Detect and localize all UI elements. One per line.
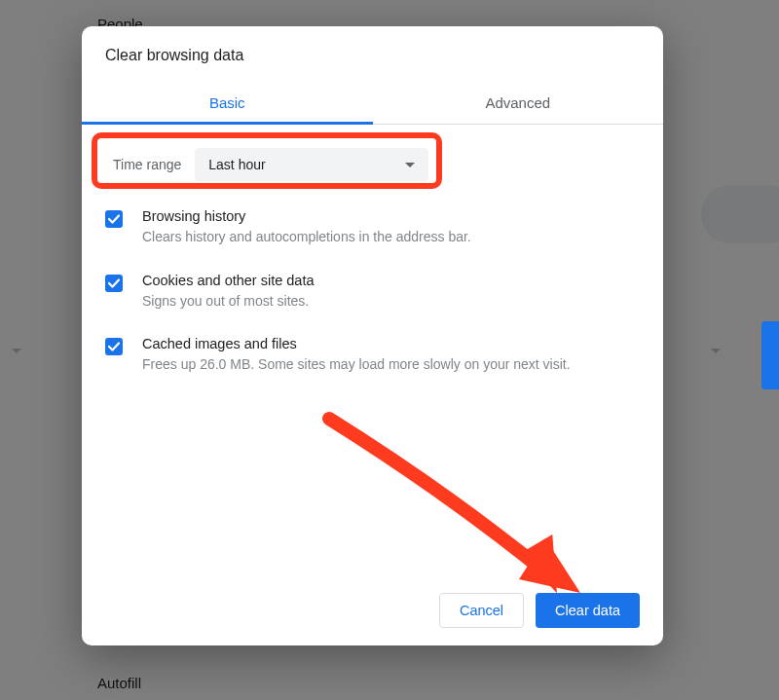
option-title: Browsing history — [142, 208, 471, 224]
option-row-cached: Cached images and files Frees up 26.0 MB… — [105, 336, 640, 375]
option-row-browsing-history: Browsing history Clears history and auto… — [105, 208, 640, 247]
option-text: Cached images and files Frees up 26.0 MB… — [142, 336, 571, 375]
chevron-down-icon — [405, 163, 415, 167]
option-text: Cookies and other site data Signs you ou… — [142, 273, 315, 312]
checkbox-cookies[interactable] — [105, 275, 123, 292]
check-icon — [107, 340, 121, 353]
option-row-cookies: Cookies and other site data Signs you ou… — [105, 273, 640, 312]
clear-data-button[interactable]: Clear data — [536, 593, 640, 628]
tabs: Basic Advanced — [82, 82, 663, 125]
cancel-button[interactable]: Cancel — [439, 593, 524, 628]
option-desc: Clears history and autocompletions in th… — [142, 228, 471, 247]
background-right-panel — [761, 321, 779, 389]
time-range-select[interactable]: Last hour — [195, 148, 428, 181]
background-chevron-icon — [711, 349, 721, 353]
option-title: Cached images and files — [142, 336, 571, 351]
option-title: Cookies and other site data — [142, 273, 315, 288]
option-desc: Signs you out of most sites. — [142, 292, 315, 312]
background-chevron-icon — [12, 349, 21, 353]
option-desc: Frees up 26.0 MB. Some sites may load mo… — [142, 355, 571, 375]
tab-advanced[interactable]: Advanced — [373, 82, 664, 124]
check-icon — [107, 276, 121, 290]
clear-browsing-data-dialog: Clear browsing data Basic Advanced Time … — [82, 26, 663, 645]
option-text: Browsing history Clears history and auto… — [142, 208, 471, 247]
dialog-title: Clear browsing data — [82, 26, 663, 82]
check-icon — [107, 212, 121, 226]
dialog-footer: Cancel Clear data — [82, 575, 663, 645]
dialog-content: Time range Last hour Browsing history Cl… — [82, 125, 663, 575]
tab-basic[interactable]: Basic — [82, 82, 373, 124]
time-range-row: Time range Last hour — [105, 148, 640, 181]
checkbox-browsing-history[interactable] — [105, 210, 123, 228]
time-range-value: Last hour — [208, 157, 265, 172]
checkbox-cached[interactable] — [105, 338, 123, 355]
time-range-label: Time range — [113, 157, 181, 172]
